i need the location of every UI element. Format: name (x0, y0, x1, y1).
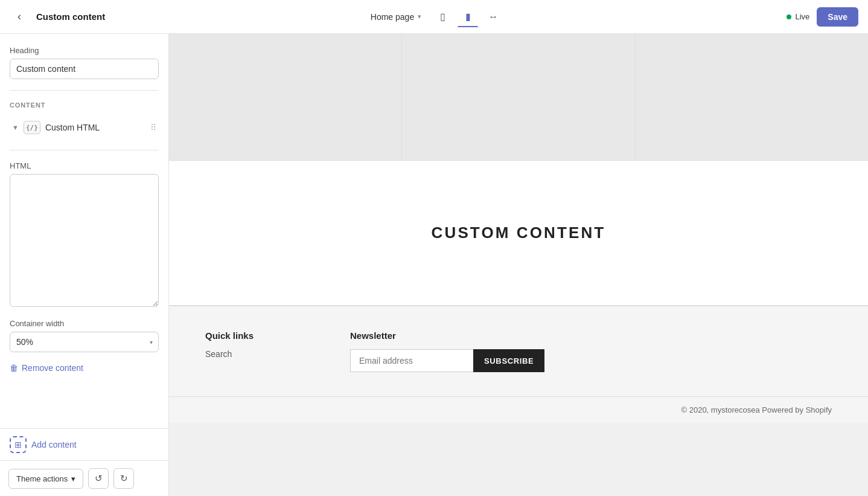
undo-button[interactable]: ↺ (88, 468, 109, 489)
footer-link-search: Search (205, 349, 314, 359)
divider-2 (10, 150, 159, 150)
content-item-html[interactable]: ▼ {/} Custom HTML ⠿ (10, 116, 159, 139)
sidebar-body: Heading CONTENT ▼ {/} Custom HTML ⠿ HTML… (0, 34, 168, 424)
theme-actions-chevron-icon: ▾ (71, 474, 75, 483)
theme-actions-label: Theme actions (16, 474, 68, 483)
back-button[interactable]: ‹ (10, 7, 29, 27)
back-icon: ‹ (18, 10, 21, 23)
hero-col-1 (169, 34, 402, 160)
remove-content-button[interactable]: 🗑 Remove content (10, 361, 83, 375)
chevron-item-icon: ▼ (12, 124, 19, 131)
remove-content-label: Remove content (22, 363, 83, 373)
divider-1 (10, 90, 159, 91)
trash-icon: 🗑 (10, 363, 18, 373)
topbar: ‹ Custom content Home page ▾ ▯ ▮ ↔ Live … (0, 0, 868, 34)
desktop-view-button[interactable]: ▮ (458, 7, 478, 27)
live-indicator: Live (787, 12, 809, 21)
add-content-label: Add content (31, 440, 77, 449)
redo-button[interactable]: ↻ (113, 468, 134, 489)
page-selector-button[interactable]: Home page ▾ (365, 8, 427, 25)
html-block-icon: {/} (24, 121, 40, 134)
quick-links-col: Quick links Search (205, 330, 314, 372)
newsletter-heading: Newsletter (350, 330, 544, 341)
container-width-section: Container width 25% 50% 75% 100% ▾ (10, 319, 159, 352)
html-textarea[interactable] (10, 174, 159, 307)
preview-custom-content-section: CUSTOM CONTENT (169, 161, 868, 306)
custom-content-title: CUSTOM CONTENT (432, 224, 606, 242)
drag-handle-icon: ⠿ (150, 123, 156, 132)
live-label: Live (795, 12, 809, 21)
main-layout: Heading CONTENT ▼ {/} Custom HTML ⠿ HTML… (0, 34, 868, 496)
heading-input[interactable] (10, 59, 159, 79)
html-label: HTML (10, 161, 159, 170)
wide-icon: ↔ (488, 11, 498, 22)
footer-columns: Quick links Search Newsletter SUBSCRIBE (205, 330, 832, 372)
topbar-left: ‹ Custom content (10, 7, 357, 27)
content-item-label: Custom HTML (45, 123, 145, 132)
sidebar-footer: Theme actions ▾ ↺ ↻ (0, 460, 168, 496)
desktop-icon: ▮ (465, 11, 471, 22)
mobile-icon: ▯ (440, 11, 445, 22)
live-dot (787, 14, 791, 19)
save-button[interactable]: Save (817, 7, 858, 27)
copyright-text: © 2020, mystorecosea Powered by Shopify (681, 405, 832, 414)
newsletter-col: Newsletter SUBSCRIBE (350, 330, 544, 372)
container-width-select[interactable]: 25% 50% 75% 100% (10, 332, 159, 352)
heading-label: Heading (10, 46, 159, 55)
panel-title: Custom content (36, 11, 105, 22)
add-content-button[interactable]: ⊞ Add content (0, 428, 168, 460)
subscribe-button[interactable]: SUBSCRIBE (473, 349, 544, 372)
chevron-down-icon: ▾ (418, 13, 421, 21)
preview-hero (169, 34, 868, 161)
mobile-view-button[interactable]: ▯ (432, 7, 453, 27)
preview-footer: Quick links Search Newsletter SUBSCRIBE (169, 306, 868, 396)
preview-area: CUSTOM CONTENT Quick links Search Newsle… (169, 34, 868, 496)
hero-col-2 (402, 34, 635, 160)
hero-col-3 (636, 34, 868, 160)
container-width-label: Container width (10, 319, 159, 328)
container-width-wrapper: 25% 50% 75% 100% ▾ (10, 332, 159, 352)
newsletter-form: SUBSCRIBE (350, 349, 544, 372)
content-section-label: CONTENT (10, 101, 159, 109)
preview-copyright: © 2020, mystorecosea Powered by Shopify (169, 396, 868, 423)
topbar-right: Live Save (511, 7, 858, 27)
email-input[interactable] (350, 349, 473, 372)
wide-view-button[interactable]: ↔ (483, 7, 503, 27)
sidebar: Heading CONTENT ▼ {/} Custom HTML ⠿ HTML… (0, 34, 169, 496)
quick-links-heading: Quick links (205, 330, 314, 341)
theme-actions-button[interactable]: Theme actions ▾ (8, 469, 83, 489)
topbar-center: Home page ▾ ▯ ▮ ↔ (365, 7, 503, 27)
add-icon: ⊞ (10, 436, 27, 453)
page-selector-label: Home page (371, 12, 414, 22)
